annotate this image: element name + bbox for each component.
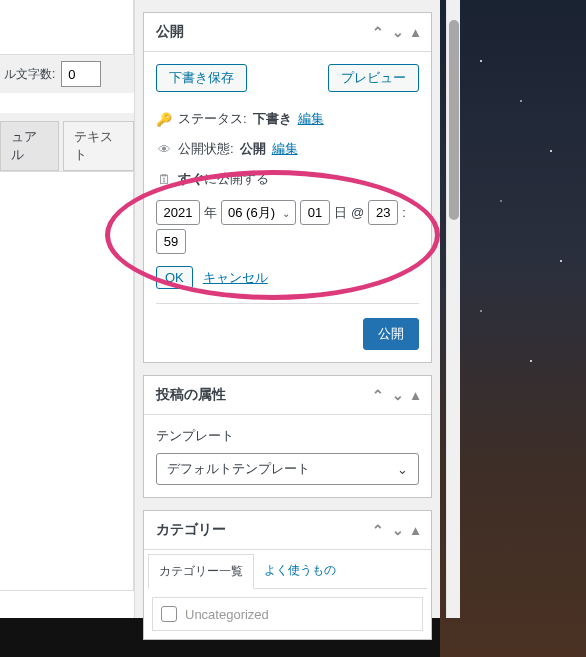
attributes-metabox: 投稿の属性 ⌃ ⌄ ▴ テンプレート デフォルトテンプレート ⌄	[143, 375, 432, 498]
caret-up-icon[interactable]: ▴	[412, 522, 419, 538]
edit-visibility-link[interactable]: 編集	[272, 140, 298, 158]
list-item[interactable]: Uncategorized	[161, 606, 414, 622]
template-label: テンプレート	[156, 427, 419, 445]
edit-status-link[interactable]: 編集	[298, 110, 324, 128]
save-draft-button[interactable]: 下書き保存	[156, 64, 247, 92]
publish-on-suffix: に公開する	[204, 171, 269, 186]
time-separator: :	[402, 205, 406, 220]
year-input[interactable]	[156, 200, 200, 225]
template-select[interactable]: デフォルトテンプレート ⌄	[156, 453, 419, 485]
month-select[interactable]	[221, 200, 296, 225]
hour-input[interactable]	[368, 200, 398, 225]
tab-visual[interactable]: ュアル	[0, 121, 59, 171]
cancel-link[interactable]: キャンセル	[203, 269, 268, 287]
editor-content[interactable]	[0, 171, 134, 591]
categories-metabox: カテゴリー ⌃ ⌄ ▴ カテゴリー一覧 よく使うもの Uncategorized	[143, 510, 432, 640]
wordcount-input[interactable]	[61, 61, 101, 87]
attributes-title: 投稿の属性	[156, 386, 226, 404]
checkbox-uncategorized[interactable]	[161, 606, 177, 622]
at-symbol: @	[351, 205, 364, 220]
wordcount-label: ル文字数:	[4, 66, 55, 83]
day-input[interactable]	[300, 200, 330, 225]
visibility-icon: 👁	[156, 142, 172, 157]
category-tab-all[interactable]: カテゴリー一覧	[148, 554, 254, 589]
year-suffix: 年	[204, 204, 217, 222]
caret-up-icon[interactable]: ▴	[412, 24, 419, 40]
scroll-track[interactable]	[446, 0, 460, 618]
categories-title: カテゴリー	[156, 521, 226, 539]
key-icon: 🔑	[156, 112, 172, 127]
publish-on-prefix: すぐ	[178, 171, 204, 186]
category-uncategorized-label: Uncategorized	[185, 607, 269, 622]
calendar-icon: 🗓	[156, 172, 172, 187]
chevron-down-icon[interactable]: ⌄	[392, 387, 404, 403]
chevron-up-icon[interactable]: ⌃	[372, 24, 384, 40]
tab-text[interactable]: テキスト	[63, 121, 134, 171]
chevron-down-icon: ⌄	[397, 462, 408, 477]
caret-up-icon[interactable]: ▴	[412, 387, 419, 403]
title-input-area[interactable]	[0, 0, 134, 55]
scroll-thumb[interactable]	[449, 20, 459, 220]
publish-button[interactable]: 公開	[363, 318, 419, 350]
minute-input[interactable]	[156, 229, 186, 254]
visibility-label: 公開状態:	[178, 140, 234, 158]
template-value: デフォルトテンプレート	[167, 460, 310, 478]
chevron-down-icon[interactable]: ⌄	[392, 522, 404, 538]
visibility-value: 公開	[240, 140, 266, 158]
category-tab-popular[interactable]: よく使うもの	[254, 554, 346, 588]
chevron-up-icon[interactable]: ⌃	[372, 522, 384, 538]
status-label: ステータス:	[178, 110, 247, 128]
preview-button[interactable]: プレビュー	[328, 64, 419, 92]
status-value: 下書き	[253, 110, 292, 128]
publish-metabox: 公開 ⌃ ⌄ ▴ 下書き保存 プレビュー 🔑 ステータス: 下書き 編集	[143, 12, 432, 363]
day-suffix: 日	[334, 204, 347, 222]
chevron-up-icon[interactable]: ⌃	[372, 387, 384, 403]
chevron-down-icon[interactable]: ⌄	[392, 24, 404, 40]
publish-title: 公開	[156, 23, 184, 41]
ok-button[interactable]: OK	[156, 266, 193, 289]
